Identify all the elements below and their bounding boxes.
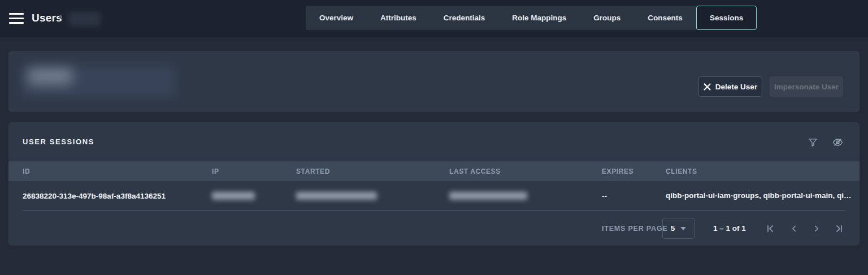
redacted-breadcrumb-value [69,12,101,26]
expires-cell: -- [602,181,607,210]
title-separator-dot [59,15,62,19]
page-range-label: 1 – 1 of 1 [713,224,746,233]
tab-groups[interactable]: Groups [580,6,634,30]
tab-consents[interactable]: Consents [634,6,696,30]
previous-page-button[interactable] [789,224,799,234]
table-footer-divider [23,210,845,211]
page-size-select[interactable]: 5 [662,218,695,239]
page-title: Users [32,12,62,24]
impersonate-user-label: Impersonate User [774,83,839,91]
session-id-cell: 26838220-313e-497b-98af-a3f8a4136251 [23,181,166,210]
clients-cell: qibb-portal-ui-iam-groups, qibb-portal-u… [666,181,854,210]
last-page-button[interactable] [834,224,844,234]
delete-user-button[interactable]: Delete User [698,76,762,97]
delete-user-label: Delete User [715,83,757,91]
panel-title: USER SESSIONS [23,138,94,146]
eye-off-icon[interactable] [832,136,843,148]
tab-overview[interactable]: Overview [306,6,367,30]
column-header-clients: CLIENTS [666,161,697,181]
tab-credentials[interactable]: Credentials [430,6,499,30]
first-page-button[interactable] [765,224,775,234]
hamburger-menu-icon[interactable] [9,13,24,24]
column-header-id: ID [23,161,30,181]
page-size-value: 5 [671,224,675,233]
topbar: Users Overview Attributes Credentials Ro… [0,0,868,37]
column-header-expires: EXPIRES [602,161,633,181]
table-header-row: ID IP STARTED LAST ACCESS EXPIRES CLIENT… [8,161,860,181]
impersonate-user-button[interactable]: Impersonate User [770,76,843,97]
column-header-started: STARTED [296,161,330,181]
next-page-button[interactable] [811,224,822,234]
filter-icon[interactable] [807,136,818,148]
column-header-ip: IP [212,161,219,181]
tab-sessions[interactable]: Sessions [696,6,757,30]
redacted-started-cell [296,192,377,200]
items-per-page-label: ITEMS PER PAGE [602,225,668,233]
chevron-down-icon [680,227,686,230]
tab-role-mappings[interactable]: Role Mappings [498,6,580,30]
redacted-ip-cell [212,192,255,200]
column-header-last-access: LAST ACCESS [449,161,501,181]
redacted-user-name [28,68,72,84]
tab-attributes[interactable]: Attributes [367,6,430,30]
tab-bar: Overview Attributes Credentials Role Map… [306,6,757,30]
redacted-last-access-cell [449,192,527,200]
close-icon [704,83,711,91]
table-row[interactable]: 26838220-313e-497b-98af-a3f8a4136251 -- … [8,181,860,210]
